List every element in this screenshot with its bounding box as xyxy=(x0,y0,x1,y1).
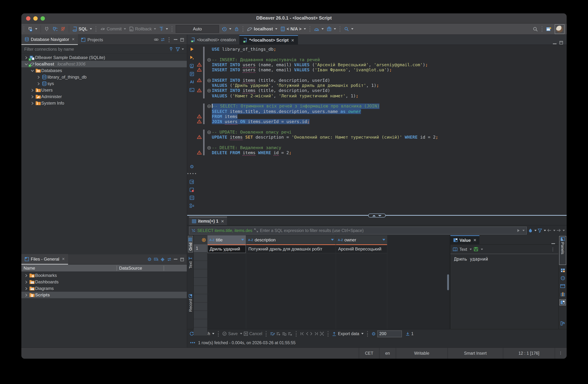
lock-button[interactable] xyxy=(233,25,240,33)
connect-button[interactable] xyxy=(43,25,51,33)
minimize-value-panel-icon[interactable] xyxy=(550,243,556,244)
row-number-empty[interactable] xyxy=(194,261,208,269)
tree-item-localhost[interactable]: ✓localhostlocalhost:3306 xyxy=(21,61,187,67)
code-line-16[interactable] xyxy=(187,124,567,130)
tree-item-system-info[interactable]: System Info xyxy=(21,100,187,106)
tab-panels[interactable]: Panels xyxy=(559,236,566,265)
code-line-8[interactable]: VALUES ('Дриль ударний', 'Потужний дриль… xyxy=(187,83,567,88)
disconnect-button[interactable] xyxy=(59,25,67,33)
fold-collapse-icon[interactable] xyxy=(207,58,211,62)
value-content[interactable]: Дриль ударний xyxy=(450,254,558,329)
value-viewer-panel-icon[interactable] xyxy=(559,299,566,305)
tree-item-databases[interactable]: Databases xyxy=(21,67,187,74)
row-number-empty[interactable] xyxy=(194,278,208,286)
view-menu-icon[interactable]: ⋮ xyxy=(166,36,172,43)
row-number-empty[interactable] xyxy=(194,253,208,261)
driver-manager-button[interactable] xyxy=(325,25,337,33)
settings-gear-icon[interactable]: ⚙ xyxy=(146,257,153,262)
code-line-3[interactable]: -- INSERT: Додавання користувачів та реч… xyxy=(187,57,567,62)
timezone-indicator[interactable]: CET xyxy=(359,348,379,359)
parameters-file-icon[interactable] xyxy=(189,195,195,201)
save-button[interactable]: Save xyxy=(228,331,238,336)
chevron-right-icon[interactable] xyxy=(23,293,29,297)
files-item-bookmarks[interactable]: Bookmarks xyxy=(21,272,187,279)
column-menu-icon[interactable] xyxy=(241,239,244,241)
tree-item-administer[interactable]: Administer xyxy=(21,93,187,100)
column-menu-icon[interactable] xyxy=(382,239,385,241)
filter-connections-input[interactable]: Filter connections by name xyxy=(24,47,74,51)
sql-editor[interactable]: AI ⚙ •••• xyxy=(187,45,567,214)
column-header-name[interactable]: Name xyxy=(21,265,117,271)
chevron-right-icon[interactable] xyxy=(30,101,35,105)
rollback-button[interactable]: Rollback xyxy=(127,25,158,33)
next-query-icon[interactable] xyxy=(189,179,195,184)
statusbar-menu-icon[interactable]: ⁞ xyxy=(555,348,567,359)
minimize-editor-icon[interactable] xyxy=(551,43,558,44)
chevron-right-icon[interactable] xyxy=(30,88,35,92)
fold-collapse-icon[interactable] xyxy=(207,89,211,93)
row-number-1[interactable]: 1 xyxy=(194,244,208,253)
row-number-empty[interactable] xyxy=(194,286,208,294)
maximize-panel-icon[interactable] xyxy=(179,258,185,261)
fold-collapse-icon[interactable] xyxy=(207,146,211,150)
code-line-7[interactable]: INSERT INTO items (title, description, u… xyxy=(187,78,567,83)
code-line-5[interactable]: INSERT INTO users (name, email) VALUES (… xyxy=(187,67,567,73)
code-line-9[interactable]: INSERT INTO items (title, description, u… xyxy=(187,88,567,93)
fetch-size-input[interactable] xyxy=(377,330,402,337)
tree-item-library-of-things-db[interactable]: library_of_things_db xyxy=(21,74,187,80)
code-line-14[interactable]: FROM items xyxy=(187,114,567,119)
tab-database-navigator[interactable]: Database Navigator ✕ xyxy=(21,34,78,45)
search-button[interactable] xyxy=(342,25,355,33)
value-panel-menu-icon[interactable]: ⋮ xyxy=(550,247,556,252)
open-new-window-button[interactable] xyxy=(545,25,553,33)
code-line-17[interactable]: -- UPDATE: Оновлення опису речі xyxy=(187,130,567,135)
tab-value[interactable]: Value ✕ xyxy=(450,235,479,244)
code-line-19[interactable] xyxy=(187,140,567,145)
expand-all-icon[interactable] xyxy=(159,257,166,262)
transaction-mode-button[interactable] xyxy=(158,25,169,33)
tab-projects[interactable]: Projects xyxy=(78,35,106,44)
sync-selection-icon[interactable] xyxy=(159,38,166,42)
sync-icon[interactable] xyxy=(166,257,172,261)
fold-collapse-icon[interactable] xyxy=(207,130,211,134)
column-header-owner[interactable]: A-Z owner xyxy=(336,235,387,245)
chevron-right-icon[interactable] xyxy=(23,280,29,283)
minimize-window-button[interactable] xyxy=(33,16,38,21)
tab-text-view[interactable]: Text xyxy=(188,255,192,270)
code-line-21[interactable]: DELETE FROM items WHERE id = 2; xyxy=(187,150,567,155)
commit-mode-select[interactable]: Auto xyxy=(176,25,219,33)
filter-menu-icon[interactable] xyxy=(174,47,181,51)
close-tab-icon[interactable]: ✕ xyxy=(473,238,477,242)
close-tab-icon[interactable]: ✕ xyxy=(62,257,65,261)
row-number-empty[interactable] xyxy=(194,303,208,311)
code-line-13[interactable]: SELECT items.title, items.description, u… xyxy=(187,109,567,114)
results-grid[interactable]: 1 A-Z title Дриль ударний xyxy=(194,235,450,329)
cell-owner-row1[interactable]: Арсеній Вересоцький xyxy=(336,245,387,253)
chevron-down-icon[interactable] xyxy=(30,69,35,72)
code-line-20[interactable]: -- DELETE: Видалення запису xyxy=(187,145,567,150)
transaction-log-button[interactable] xyxy=(220,25,233,33)
more-tools-icon[interactable]: •••• xyxy=(189,170,195,176)
column-header-description[interactable]: A-Z description xyxy=(246,235,336,245)
code-line-1[interactable]: USE library_of_things_db; xyxy=(187,47,567,52)
row-number-empty[interactable] xyxy=(194,319,208,327)
tree-item-sys[interactable]: sys xyxy=(21,80,187,87)
export-data-button[interactable]: Export data xyxy=(338,331,359,336)
minimize-panel-icon[interactable] xyxy=(172,259,179,260)
tab-files-general[interactable]: Files - General ✕ xyxy=(21,254,68,264)
code-line-11[interactable] xyxy=(187,99,567,104)
files-item-scripts[interactable]: Scripts xyxy=(21,292,187,298)
column-header-datasource[interactable]: DataSource xyxy=(117,265,164,271)
new-sql-editor-button[interactable]: SQL xyxy=(71,25,93,33)
code-line-6[interactable] xyxy=(187,73,567,78)
files-item-dashboards[interactable]: Dashboards xyxy=(21,279,187,285)
grid-vertical-scrollbar[interactable] xyxy=(447,274,449,290)
active-connection-select[interactable]: localhost xyxy=(246,25,279,33)
references-panel-icon[interactable] xyxy=(560,291,566,297)
tab-localhost-creation[interactable]: <localhost> creation xyxy=(187,35,239,44)
fold-collapse-icon[interactable] xyxy=(207,104,211,108)
chevron-down-icon[interactable] xyxy=(23,62,29,66)
chevron-right-icon[interactable] xyxy=(36,76,41,79)
editor-settings-gear-icon[interactable]: ⚙ xyxy=(189,163,195,169)
cancel-button[interactable]: Cancel xyxy=(249,331,262,336)
